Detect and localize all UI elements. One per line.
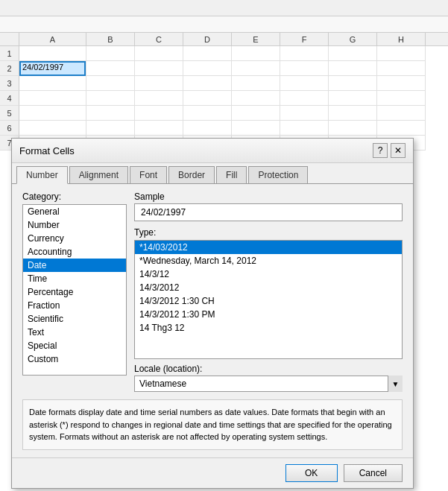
col-g xyxy=(329,46,377,151)
col-header-d[interactable]: D xyxy=(183,33,232,45)
col-c xyxy=(135,46,183,151)
cell-a3[interactable] xyxy=(19,76,86,91)
row-num-4[interactable]: 4 xyxy=(0,91,19,106)
category-section: Category: General Number Currency Accoun… xyxy=(22,191,127,392)
tab-font[interactable]: Font xyxy=(130,166,167,183)
cell-b6[interactable] xyxy=(86,121,134,136)
col-header-c[interactable]: C xyxy=(135,33,183,45)
col-d xyxy=(183,46,232,151)
cat-accounting[interactable]: Accounting xyxy=(23,245,126,259)
formula-bar xyxy=(0,16,448,33)
row-num-6[interactable]: 6 xyxy=(0,121,19,136)
tab-number[interactable]: Number xyxy=(16,166,68,184)
row-num-3[interactable]: 3 xyxy=(0,76,19,91)
type-label: Type: xyxy=(134,227,403,238)
cat-currency[interactable]: Currency xyxy=(23,232,126,245)
tab-alignment[interactable]: Alignment xyxy=(69,166,128,183)
col-header-b[interactable]: B xyxy=(86,33,135,45)
cat-text[interactable]: Text xyxy=(23,326,126,339)
format-cells-dialog: Format Cells ? ✕ Number Alignment Font B… xyxy=(11,138,414,489)
row-num-2[interactable]: 2 xyxy=(0,61,19,76)
cell-b2[interactable] xyxy=(86,61,134,76)
cat-scientific[interactable]: Scientific xyxy=(23,312,126,326)
ok-button[interactable]: OK xyxy=(285,464,338,482)
col-header-h[interactable]: H xyxy=(377,33,426,45)
cat-special[interactable]: Special xyxy=(23,339,126,352)
cell-c1[interactable] xyxy=(135,46,183,61)
sample-box: 24/02/1997 xyxy=(134,203,403,221)
col-headers: A B C D E F G H xyxy=(0,33,448,46)
right-panel: Sample 24/02/1997 Type: *14/03/2012 *Wed… xyxy=(134,191,403,392)
grid-area: 1 2 3 4 5 6 7 24/02/1997 xyxy=(0,46,448,151)
cat-date[interactable]: Date xyxy=(23,259,126,272)
cell-b3[interactable] xyxy=(86,76,134,91)
locale-label: Locale (location): xyxy=(134,364,403,374)
type-item-1[interactable]: *Wednesday, March 14, 2012 xyxy=(135,254,402,267)
dialog-footer: OK Cancel xyxy=(12,457,413,488)
cell-c3[interactable] xyxy=(135,76,183,91)
col-header-e[interactable]: E xyxy=(232,33,280,45)
toolbar xyxy=(0,0,448,16)
row-num-1[interactable]: 1 xyxy=(0,46,19,61)
tabs-bar: Number Alignment Font Border Fill Protec… xyxy=(12,163,413,184)
help-button[interactable]: ? xyxy=(373,143,388,158)
col-header-a[interactable]: A xyxy=(19,33,86,45)
type-item-6[interactable]: 14 Thg3 12 xyxy=(135,321,402,335)
cell-a1[interactable] xyxy=(19,46,86,61)
sample-label: Sample xyxy=(134,191,403,202)
cell-a5[interactable] xyxy=(19,106,86,121)
category-label: Category: xyxy=(22,191,127,202)
type-list[interactable]: *14/03/2012 *Wednesday, March 14, 2012 1… xyxy=(134,240,403,359)
cat-general[interactable]: General xyxy=(23,205,126,218)
cat-number[interactable]: Number xyxy=(23,218,126,232)
cell-c2[interactable] xyxy=(135,61,183,76)
locale-select-wrapper: Vietnamese English (US) English (UK) Fre… xyxy=(134,376,403,392)
cell-a4[interactable] xyxy=(19,91,86,106)
tab-fill[interactable]: Fill xyxy=(216,166,247,183)
cat-fraction[interactable]: Fraction xyxy=(23,299,126,312)
tab-border[interactable]: Border xyxy=(168,166,215,183)
col-a: 24/02/1997 xyxy=(19,46,86,151)
cell-b1[interactable] xyxy=(86,46,134,61)
cell-c5[interactable] xyxy=(135,106,183,121)
corner-cell xyxy=(0,33,19,45)
col-b xyxy=(86,46,135,151)
col-e xyxy=(232,46,280,151)
dialog-titlebar: Format Cells ? ✕ xyxy=(12,139,413,163)
cell-c4[interactable] xyxy=(135,91,183,106)
cell-a2[interactable]: 24/02/1997 xyxy=(19,61,86,76)
col-header-g[interactable]: G xyxy=(329,33,377,45)
cat-time[interactable]: Time xyxy=(23,272,126,285)
sample-value: 24/02/1997 xyxy=(141,207,186,218)
close-button[interactable]: ✕ xyxy=(391,143,406,158)
col-f xyxy=(280,46,329,151)
dialog-controls: ? ✕ xyxy=(373,143,406,158)
category-list[interactable]: General Number Currency Accounting Date … xyxy=(22,204,127,376)
locale-select[interactable]: Vietnamese English (US) English (UK) Fre… xyxy=(134,376,403,392)
row-num-5[interactable]: 5 xyxy=(0,106,19,121)
type-item-5[interactable]: 14/3/2012 1:30 PM xyxy=(135,308,402,321)
row-numbers: 1 2 3 4 5 6 7 xyxy=(0,46,19,151)
sample-section: Sample 24/02/1997 xyxy=(134,191,403,221)
type-item-2[interactable]: 14/3/12 xyxy=(135,267,402,281)
dialog-content: Category: General Number Currency Accoun… xyxy=(12,184,413,457)
cell-b5[interactable] xyxy=(86,106,134,121)
cell-b4[interactable] xyxy=(86,91,134,106)
tab-protection[interactable]: Protection xyxy=(248,166,308,183)
cell-c6[interactable] xyxy=(135,121,183,136)
cat-custom[interactable]: Custom xyxy=(23,352,126,366)
type-item-0[interactable]: *14/03/2012 xyxy=(135,241,402,254)
type-item-4[interactable]: 14/3/2012 1:30 CH xyxy=(135,294,402,308)
cancel-button[interactable]: Cancel xyxy=(344,464,403,482)
description-area: Date formats display date and time seria… xyxy=(22,399,403,450)
dialog-body: Category: General Number Currency Accoun… xyxy=(22,191,403,392)
dialog-title: Format Cells xyxy=(19,145,75,156)
col-h xyxy=(377,46,426,151)
cell-a6[interactable] xyxy=(19,121,86,136)
cat-percentage[interactable]: Percentage xyxy=(23,285,126,299)
type-item-3[interactable]: 14/3/2012 xyxy=(135,281,402,294)
col-header-f[interactable]: F xyxy=(280,33,329,45)
